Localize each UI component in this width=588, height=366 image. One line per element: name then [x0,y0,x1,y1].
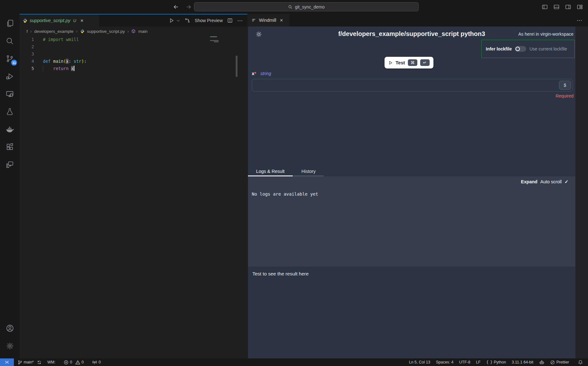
breadcrumb-root[interactable]: f [26,29,28,34]
code-text [50,59,53,64]
comments-icon[interactable] [2,156,18,173]
editor-tab-bar: supportive_script.py U ✕ Show Preview ⋯ [20,14,247,27]
layout-controls [542,4,583,10]
play-icon [388,61,393,65]
result-hint: Test to see the result here [252,271,309,277]
scm-badge: 11 [11,60,17,66]
windmill-webview: f/developers_example/supportive_script p… [248,27,588,358]
remote-indicator[interactable] [0,358,14,366]
error-count: 0 [70,360,72,364]
code-editor[interactable]: 1 # import wmill 2 3 4 def main(x: str):… [20,36,247,358]
vscode-window: git_sync_demo 11 [0,0,588,366]
lockfile-box: Infer lockfile Use current lockfile [481,40,575,58]
run-icon[interactable] [169,18,174,23]
encoding[interactable]: UTF-8 [459,360,470,364]
python-version[interactable]: 3.11.1 64-bit [512,360,533,364]
toggle-secondary-sidebar-icon[interactable] [565,4,571,10]
toggle-sidebar-icon[interactable] [542,4,548,10]
formatter-status[interactable]: Prettier [550,360,569,365]
minimap-mark [210,36,217,37]
more-actions-icon[interactable]: ⋯ [237,17,243,24]
tab-label: supportive_script.py [30,18,70,23]
code-indent [43,66,53,71]
workspace-name: git_sync_demo [295,4,325,9]
close-icon[interactable]: ✕ [80,18,84,23]
insert-variable-button[interactable]: $ [559,81,571,90]
eol-sequence[interactable]: LF [476,360,481,364]
settings-gear-icon[interactable] [2,338,18,354]
more-actions-icon[interactable]: ⋯ [577,14,582,27]
tab-label: Windmill [259,18,276,23]
code-comment: # import wmill [43,37,79,42]
python-file-icon [23,18,27,23]
extensions-icon[interactable] [2,139,18,155]
show-preview-button[interactable]: Show Preview [195,18,223,23]
breadcrumb: f › developers_example › supportive_scri… [20,27,247,36]
arg-x-input[interactable] [252,79,573,92]
warning-count: 0 [82,360,84,364]
expand-button[interactable]: Expand [521,179,537,184]
command-center-search[interactable]: git_sync_demo [194,2,419,11]
code-line: 4 def main(x: str): [20,58,247,65]
line-number: 4 [20,58,34,65]
breadcrumb-symbol[interactable]: main [138,29,147,34]
docker-icon[interactable] [2,121,18,138]
run-dropdown-chevron-icon[interactable] [176,19,180,22]
split-editor-icon[interactable] [227,18,233,23]
indent-guide [43,66,43,72]
result-area: Test to see the result here [248,267,575,358]
tab-windmill[interactable]: Windmill ✕ [248,14,290,27]
tab-logs-result[interactable]: Logs & Result [248,167,293,176]
git-branch-status[interactable]: main* [18,360,34,365]
status-bar: main* WM: 0 0 0 Ln 5, Col 13 Spaces: 4 U… [0,358,588,366]
problems-status[interactable]: 0 0 [64,360,84,365]
webview-list-icon [251,18,256,23]
use-current-lockfile-label: Use current lockfile [529,46,567,51]
testing-icon[interactable] [2,103,18,120]
webview-gutter [575,27,588,358]
ports-status[interactable]: 0 [92,360,101,365]
close-icon[interactable]: ✕ [280,18,283,23]
breadcrumb-folder[interactable]: developers_example [34,29,74,34]
checkmark-icon[interactable]: ✓ [564,179,568,185]
title-bar: git_sync_demo [0,0,588,14]
lockfile-toggle[interactable] [515,46,526,52]
remote-explorer-icon[interactable] [2,86,18,102]
panel-tab-bar: Windmill ✕ ⋯ [248,14,588,27]
windmill-status[interactable]: WM: [47,360,56,364]
autoscroll-label[interactable]: Auto scroll [540,179,562,184]
toggle-panel-icon[interactable] [553,4,560,10]
sync-icon[interactable] [37,360,42,365]
error-icon [64,360,68,365]
indentation[interactable]: Spaces: 4 [436,360,454,364]
code-keyword: def [43,59,50,64]
source-control-icon[interactable]: 11 [2,50,18,67]
cursor-position[interactable]: Ln 5, Col 13 [409,360,430,364]
code-type: str [74,59,81,64]
forward-icon[interactable] [184,3,193,11]
explorer-icon[interactable] [2,15,18,32]
chevron-right-icon: › [127,29,129,34]
notifications-bell-icon[interactable] [578,360,583,365]
logs-controls: Expand Auto scroll ✓ [521,179,568,185]
branch-name: main* [24,360,34,364]
account-icon[interactable] [2,320,18,336]
tab-supportive-script[interactable]: supportive_script.py U ✕ [20,15,99,27]
warning-icon [75,360,80,365]
language-mode[interactable]: { } Python [486,360,506,364]
run-debug-icon[interactable] [2,68,18,85]
customize-layout-icon[interactable] [577,4,583,10]
editor-scrollbar-thumb[interactable] [236,56,238,77]
test-button[interactable]: Test ⌘ ↵ [385,57,433,68]
code-text: : [68,59,74,64]
open-changes-icon[interactable] [185,18,190,23]
toggle-knob [515,47,520,51]
back-icon[interactable] [172,3,180,11]
formatter-name: Prettier [556,360,569,364]
minimap-mark [214,41,219,42]
search-icon[interactable] [2,33,18,49]
feedback-robot-icon[interactable] [539,360,544,365]
breadcrumb-file[interactable]: supportive_script.py [87,29,125,34]
python-file-icon [80,29,85,33]
tab-history[interactable]: History [293,167,324,176]
